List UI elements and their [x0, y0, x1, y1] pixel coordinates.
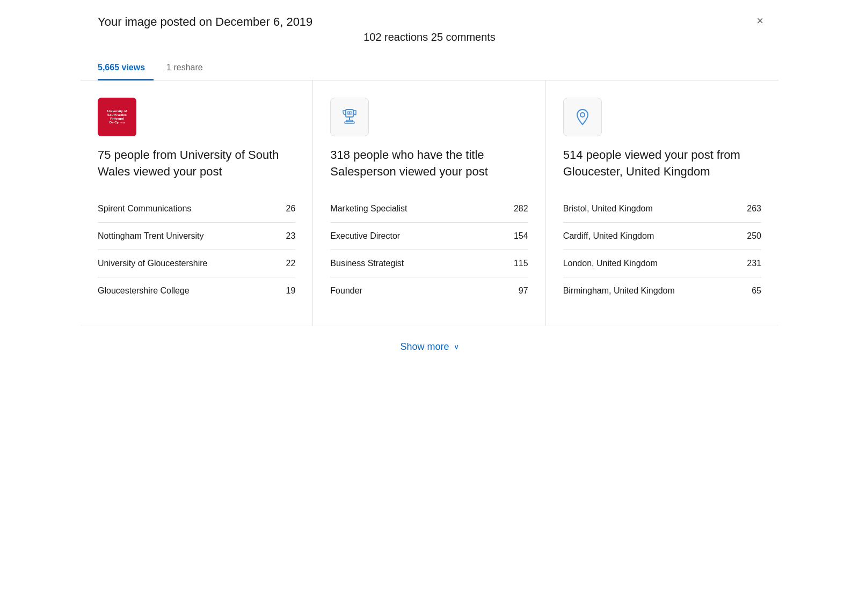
- stat-value: 282: [514, 204, 528, 214]
- close-button[interactable]: ×: [754, 13, 766, 29]
- location-panel-heading: 514 people viewed your post from Glouces…: [563, 147, 761, 180]
- title-panel-heading: 318 people who have the title Salesperso…: [330, 147, 528, 180]
- title-stat-list: Marketing Specialist 282 Executive Direc…: [330, 195, 528, 304]
- tab-reshares[interactable]: 1 reshare: [166, 56, 212, 80]
- stat-value: 26: [286, 204, 296, 214]
- stat-label: Marketing Specialist: [330, 204, 514, 214]
- list-item: Business Strategist 115: [330, 250, 528, 277]
- tab-views[interactable]: 5,665 views: [98, 56, 154, 80]
- modal-subtitle: 102 reactions 25 comments: [98, 31, 761, 43]
- stat-value: 23: [286, 231, 296, 241]
- stat-value: 250: [747, 231, 761, 241]
- trophy-icon: [330, 98, 369, 136]
- stat-value: 22: [286, 259, 296, 268]
- show-more-label: Show more: [400, 341, 449, 353]
- stat-value: 115: [514, 259, 528, 268]
- location-pin-icon: [563, 98, 602, 136]
- stat-label: Birmingham, United Kingdom: [563, 286, 752, 296]
- title-panel: 318 people who have the title Salesperso…: [313, 80, 545, 326]
- company-panel-heading: 75 people from University of South Wales…: [98, 147, 295, 180]
- stat-value: 19: [286, 286, 296, 296]
- stat-value: 97: [519, 286, 528, 296]
- location-stat-list: Bristol, United Kingdom 263 Cardiff, Uni…: [563, 195, 761, 304]
- stat-label: Bristol, United Kingdom: [563, 204, 747, 214]
- svg-rect-3: [345, 122, 354, 123]
- stat-label: Founder: [330, 286, 519, 296]
- stat-value: 263: [747, 204, 761, 214]
- stat-label: Business Strategist: [330, 259, 514, 268]
- stat-label: London, United Kingdom: [563, 259, 747, 268]
- modal-title: Your image posted on December 6, 2019: [98, 15, 312, 29]
- modal-header: Your image posted on December 6, 2019 10…: [81, 0, 778, 43]
- stat-label: University of Gloucestershire: [98, 259, 286, 268]
- stat-value: 154: [514, 231, 528, 241]
- list-item: Founder 97: [330, 277, 528, 304]
- list-item: Nottingham Trent University 23: [98, 223, 295, 250]
- list-item: Executive Director 154: [330, 223, 528, 250]
- svg-point-6: [349, 112, 350, 113]
- stat-label: Nottingham Trent University: [98, 231, 286, 241]
- stat-label: Executive Director: [330, 231, 514, 241]
- list-item: Cardiff, United Kingdom 250: [563, 223, 761, 250]
- show-more-section: Show more ∨: [81, 326, 778, 368]
- chevron-down-icon: ∨: [454, 342, 459, 351]
- company-panel: University ofSouth WalesPrifysgolDe Cymr…: [81, 80, 313, 326]
- stat-label: Gloucestershire College: [98, 286, 286, 296]
- list-item: Spirent Communications 26: [98, 195, 295, 223]
- list-item: Marketing Specialist 282: [330, 195, 528, 223]
- usw-logo-icon: University ofSouth WalesPrifysgolDe Cymr…: [98, 98, 136, 136]
- stat-label: Cardiff, United Kingdom: [563, 231, 747, 241]
- list-item: Birmingham, United Kingdom 65: [563, 277, 761, 304]
- stat-value: 65: [752, 286, 761, 296]
- svg-point-7: [580, 113, 585, 117]
- list-item: London, United Kingdom 231: [563, 250, 761, 277]
- location-panel: 514 people viewed your post from Glouces…: [546, 80, 778, 326]
- stat-value: 231: [747, 259, 761, 268]
- list-item: Bristol, United Kingdom 263: [563, 195, 761, 223]
- company-stat-list: Spirent Communications 26 Nottingham Tre…: [98, 195, 295, 304]
- list-item: University of Gloucestershire 22: [98, 250, 295, 277]
- tabs-section: 5,665 views 1 reshare: [81, 56, 778, 80]
- stats-grid: University ofSouth WalesPrifysgolDe Cymr…: [81, 80, 778, 326]
- modal-container: Your image posted on December 6, 2019 10…: [81, 0, 778, 590]
- list-item: Gloucestershire College 19: [98, 277, 295, 304]
- stat-label: Spirent Communications: [98, 204, 286, 214]
- show-more-button[interactable]: Show more ∨: [400, 341, 458, 353]
